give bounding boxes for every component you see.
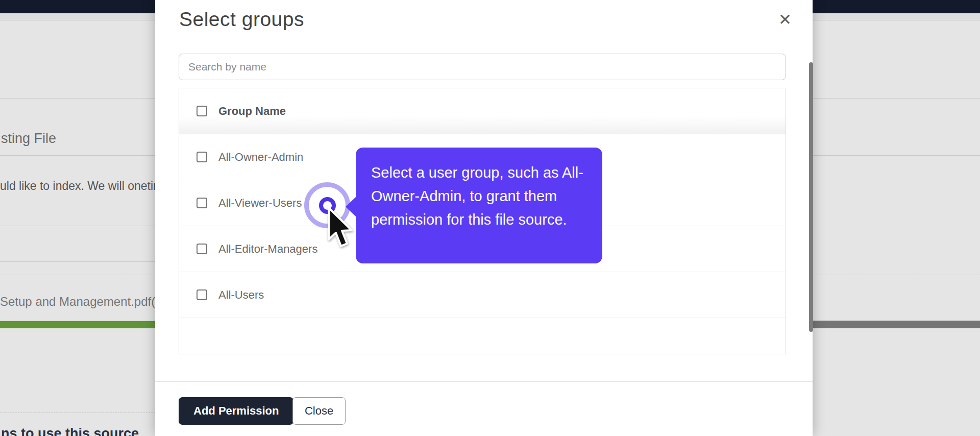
upload-progress-bar-filled <box>0 321 155 328</box>
search-input[interactable] <box>179 54 786 80</box>
bg-text-index-note: uld like to index. We will onetim <box>0 179 163 193</box>
groups-table: Group Name All-Owner-Admin All-Viewer-Us… <box>179 88 786 354</box>
row-checkbox[interactable] <box>197 289 207 300</box>
table-empty-row <box>179 318 786 354</box>
select-all-checkbox[interactable] <box>197 106 207 116</box>
bg-text-existing-file: sting File <box>1 131 56 147</box>
row-checkbox[interactable] <box>197 152 207 162</box>
table-header-label: Group Name <box>218 105 286 118</box>
bg-text-file-name: Setup and Management.pdf(7 <box>0 295 162 309</box>
table-row[interactable]: All-Owner-Admin <box>179 134 786 180</box>
bg-dashed-divider <box>0 413 155 413</box>
table-header-row: Group Name <box>179 88 786 134</box>
modal-title: Select groups <box>179 8 304 31</box>
bg-divider <box>0 261 155 262</box>
bg-divider <box>0 226 155 226</box>
add-permission-button[interactable]: Add Permission <box>179 397 293 425</box>
upload-progress-bar-track <box>813 321 980 328</box>
close-icon[interactable]: ✕ <box>774 8 796 31</box>
row-checkbox[interactable] <box>197 244 207 254</box>
table-row[interactable]: All-Users <box>179 272 786 318</box>
screen: sting File uld like to index. We will on… <box>0 0 980 436</box>
close-button[interactable]: Close <box>292 397 346 425</box>
group-name-label: All-Users <box>218 288 264 302</box>
table-row[interactable]: All-Editor-Managers <box>179 226 786 272</box>
group-name-label: All-Owner-Admin <box>218 151 303 164</box>
modal-footer-divider <box>155 381 813 382</box>
select-groups-modal: Select groups ✕ Group Name All-Owner-Adm… <box>155 0 813 436</box>
bg-text-source-note: ns to use this source <box>1 426 139 436</box>
group-name-label: All-Editor-Managers <box>218 243 317 256</box>
modal-scrollbar[interactable] <box>809 62 813 332</box>
group-name-label: All-Viewer-Users <box>218 197 302 210</box>
table-row[interactable]: All-Viewer-Users <box>179 180 786 226</box>
row-checkbox[interactable] <box>197 198 207 208</box>
